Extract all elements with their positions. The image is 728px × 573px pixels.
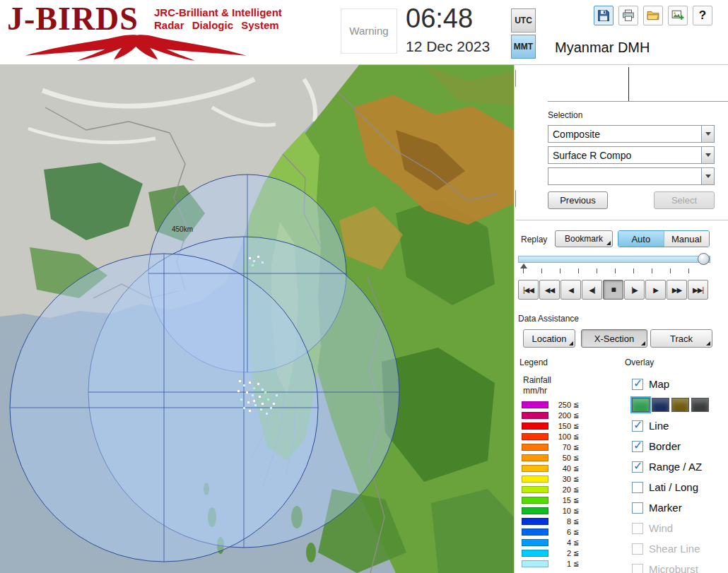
legend-operator: ≦ (573, 528, 579, 536)
chevron-down-icon (705, 175, 711, 178)
select-button[interactable]: Select (654, 191, 715, 209)
overlay-item[interactable]: ✓ Wind (629, 518, 728, 538)
bookmark-button[interactable]: Bookmark (555, 230, 613, 247)
overlay-panel: ✓ Map ✓ Line (629, 374, 728, 573)
legend-color-swatch (522, 560, 548, 567)
legend-color-swatch (522, 412, 548, 419)
map-color-swatch[interactable] (652, 398, 669, 412)
slider-ticks (523, 268, 706, 273)
previous-button[interactable]: Previous (548, 191, 608, 209)
skip-to-start-button[interactable]: |◀◀ (518, 280, 539, 300)
dropdown-button[interactable] (701, 168, 714, 184)
option-dropdown[interactable] (548, 167, 715, 185)
overlay-item[interactable]: ✓ Microburst (629, 559, 728, 573)
radar-map[interactable]: 450km (0, 65, 514, 573)
legend-operator: ≦ (573, 401, 579, 408)
replay-mode-toggle: Auto Manual (618, 230, 710, 247)
dropdown-button[interactable] (701, 126, 714, 142)
legend-row: 1 ≦ (522, 558, 606, 569)
legend-row: 15 ≦ (522, 495, 606, 505)
selection-label: Selection (548, 110, 582, 120)
overlay-checkbox[interactable]: ✓ (632, 564, 643, 573)
slider-handle[interactable] (698, 253, 710, 265)
play-forward-button[interactable]: ▶ (645, 280, 666, 300)
legend-operator: ≦ (573, 549, 579, 557)
check-icon: ✓ (633, 439, 642, 452)
product-list-box[interactable] (548, 66, 728, 102)
legend-value: 4 (550, 538, 571, 547)
map-color-swatch[interactable] (632, 398, 650, 412)
overlay-item-map[interactable]: ✓ Map (629, 374, 728, 394)
save-button[interactable] (594, 6, 613, 25)
fast-rewind-button[interactable]: ◀◀ (539, 280, 560, 300)
menu-corner-icon (569, 341, 573, 345)
legend-row: 30 ≦ (522, 473, 606, 484)
open-file-button[interactable] (643, 6, 663, 25)
legend-color-swatch (522, 539, 548, 546)
overlay-item-label: Map (649, 378, 669, 390)
overlay-checkbox[interactable]: ✓ (632, 441, 643, 452)
check-icon: ✓ (633, 418, 642, 432)
legend-value: 6 (550, 528, 571, 536)
overlay-item[interactable]: ✓ Lati / Long (629, 477, 728, 497)
utc-button[interactable]: UTC (511, 8, 536, 33)
legend-row: 40 ≦ (522, 463, 606, 473)
overlay-checkbox[interactable]: ✓ (632, 543, 643, 555)
product-dropdown[interactable]: Surface R Compo (548, 146, 715, 164)
menu-corner-icon (706, 341, 710, 345)
legend-value: 150 (550, 422, 571, 430)
legend-operator: ≦ (573, 454, 579, 461)
header: J-BIRDS JRC-Brilliant & Intelligent Rada… (0, 0, 728, 65)
overlay-checkbox[interactable]: ✓ (632, 502, 643, 514)
map-checkbox[interactable]: ✓ (632, 379, 643, 390)
x-section-button[interactable]: X-Section (581, 329, 647, 348)
manual-toggle[interactable]: Manual (664, 231, 710, 247)
chevron-down-icon (705, 132, 711, 136)
mmt-button[interactable]: MMT (511, 35, 536, 59)
fast-forward-button[interactable]: ▶▶ (667, 280, 687, 300)
legend-operator: ≦ (573, 485, 579, 493)
overlay-item-label: Shear Line (649, 543, 700, 555)
overlay-checkbox[interactable]: ✓ (632, 523, 643, 534)
overlay-checkbox[interactable]: ✓ (632, 482, 643, 493)
play-backward-button[interactable]: ◀ (560, 280, 581, 300)
add-image-button[interactable] (668, 6, 688, 25)
location-button[interactable]: Location (523, 329, 575, 348)
step-backward-button[interactable]: ◀| (582, 280, 602, 300)
legend-row: 200 ≦ (522, 410, 606, 420)
overlay-checkbox[interactable]: ✓ (632, 420, 643, 432)
auto-toggle[interactable]: Auto (618, 231, 664, 247)
slider-track[interactable] (518, 256, 710, 263)
stop-button[interactable]: ■ (603, 280, 623, 300)
overlay-item[interactable]: ✓ Border (629, 436, 728, 456)
legend-color-swatch (522, 550, 548, 557)
track-button[interactable]: Track (650, 329, 712, 348)
print-button[interactable] (618, 6, 638, 25)
composite-dropdown[interactable]: Composite (548, 125, 715, 143)
overlay-item[interactable]: ✓ Shear Line (629, 538, 728, 559)
legend-value: 2 (550, 549, 571, 557)
help-button[interactable]: ? (693, 6, 712, 25)
legend-row: 100 ≦ (522, 431, 606, 442)
j-birds-app: J-BIRDS JRC-Brilliant & Intelligent Rada… (0, 0, 728, 573)
overlay-item[interactable]: ✓ Marker (629, 497, 728, 518)
x-section-label: X-Section (594, 333, 634, 344)
legend-value: 200 (550, 411, 571, 420)
legend-value: 40 (550, 464, 571, 473)
skip-to-end-button[interactable]: ▶▶| (688, 280, 708, 300)
overlay-item[interactable]: ✓ Range / AZ (629, 456, 728, 477)
dropdown-value: Surface R Compo (553, 150, 631, 161)
overlay-checkbox[interactable]: ✓ (632, 461, 643, 473)
separator (516, 220, 728, 221)
legend-value: 20 (550, 485, 571, 494)
step-forward-button[interactable]: |▶ (624, 280, 645, 300)
map-color-swatch[interactable] (671, 398, 689, 412)
legend-color-swatch (522, 518, 548, 525)
overlay-item[interactable]: ✓ Line (629, 415, 728, 436)
legend-row: 8 ≦ (522, 516, 606, 526)
map-color-swatch[interactable] (691, 398, 709, 412)
overlay-item-label: Range / AZ (649, 461, 702, 473)
dropdown-button[interactable] (701, 147, 714, 163)
overlay-item-label: Line (649, 420, 669, 432)
time-slider[interactable] (518, 254, 710, 264)
